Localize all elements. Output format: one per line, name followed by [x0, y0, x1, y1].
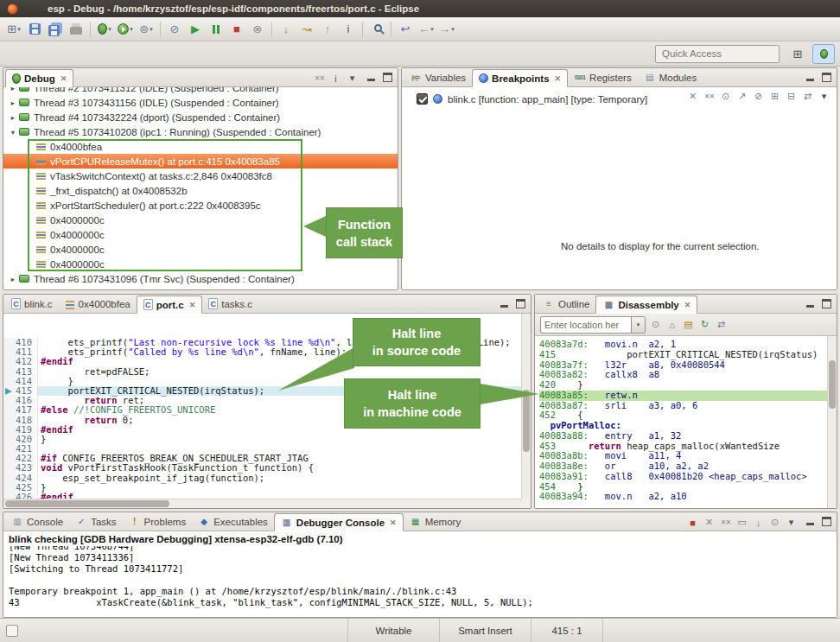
editor-annotation-ruler[interactable]: [3, 435, 16, 444]
tab-close-icon[interactable]: ✕: [60, 74, 67, 83]
dropdown-arrow-icon[interactable]: ▾: [130, 26, 133, 33]
editor-tab-blink-c[interactable]: Cblink.c: [5, 295, 59, 313]
search-button[interactable]: [366, 20, 387, 39]
debug-frame-row[interactable]: vPortCPUReleaseMutex() at port.c:415 0x4…: [3, 154, 398, 168]
remove-selected-breakpoint-button[interactable]: ✕: [685, 89, 700, 104]
debug-perspective-button[interactable]: [812, 44, 835, 64]
code-line[interactable]: 413 ret=pdFALSE;: [3, 367, 521, 377]
expand-all-button[interactable]: ⊞: [767, 89, 782, 104]
link-with-debug-view-button[interactable]: ⇄: [800, 89, 815, 104]
disassembly-line[interactable]: 40083a94: mov.n a2, a10: [539, 492, 827, 502]
editor-horizontal-scrollbar[interactable]: [3, 499, 521, 508]
editor-tab-tasks-c[interactable]: Ctasks.c: [202, 295, 258, 313]
collapse-all-button[interactable]: ⊟: [784, 89, 799, 104]
dropdown-arrow-icon[interactable]: ▾: [108, 26, 111, 33]
remove-all-terminated-launches-button[interactable]: ✕✕: [718, 515, 733, 530]
print-button[interactable]: [66, 20, 86, 39]
twistie-icon[interactable]: ▸: [7, 275, 19, 283]
back-button[interactable]: ←▾: [416, 20, 436, 39]
disasm-tab-disassembly[interactable]: ▦Disassembly✕: [595, 296, 697, 314]
debug-frame-row[interactable]: 0x4000000c: [3, 257, 398, 271]
skip-all-breakpoints-button[interactable]: ⊘: [164, 20, 185, 39]
debug-thread-row[interactable]: ▸Thread #2 1073411312 (IDLE) (Suspended …: [3, 87, 398, 95]
code-line[interactable]: 426#endif: [3, 493, 521, 499]
line-number[interactable]: 423: [16, 463, 38, 473]
maximize-button[interactable]: [516, 299, 525, 308]
views-tab-modules[interactable]: ▤Modules: [638, 68, 703, 86]
debug-thread-row[interactable]: ▸Thread #6 1073431096 (Tmr Svc) (Suspend…: [3, 271, 398, 286]
maximize-button[interactable]: [383, 73, 392, 82]
remove-launch-button[interactable]: ✕: [702, 515, 716, 530]
debug-frame-row[interactable]: vTaskSwitchContext() at tasks.c:2,846 0x…: [3, 168, 398, 183]
editor-annotation-ruler[interactable]: [3, 405, 16, 415]
maximize-button[interactable]: [822, 73, 831, 82]
suspend-button[interactable]: [206, 20, 226, 39]
breakpoint-checkbox[interactable]: [417, 93, 428, 105]
editor-annotation-ruler[interactable]: [3, 444, 16, 454]
debug-frame-row[interactable]: _frxt_dispatch() at 0x4008532b: [3, 183, 398, 198]
dropdown-arrow-icon[interactable]: ▾: [17, 26, 21, 33]
console-tab-tasks[interactable]: ✓Tasks: [69, 512, 122, 531]
home-button[interactable]: ⌂: [665, 317, 679, 332]
terminate-button[interactable]: ■: [226, 20, 247, 39]
remove-all-breakpoints-button[interactable]: ✕✕: [702, 89, 716, 104]
code-line[interactable]: 425}: [3, 483, 521, 493]
maximize-button[interactable]: [822, 299, 831, 308]
scroll-thumb[interactable]: [829, 360, 836, 409]
scroll-thumb[interactable]: [523, 390, 530, 452]
show-breakpoints-supported-button[interactable]: ⊙: [718, 89, 733, 104]
editor-annotation-ruler[interactable]: [3, 386, 16, 396]
minimize-button[interactable]: [500, 299, 509, 308]
display-selected-console-button[interactable]: ▾: [784, 515, 799, 530]
dropdown-arrow-icon[interactable]: ▾: [150, 26, 153, 33]
show-source-button[interactable]: ▤: [681, 317, 696, 332]
twistie-icon[interactable]: ▾: [7, 128, 19, 137]
open-perspective-button[interactable]: ⊞: [786, 44, 809, 64]
code-line[interactable]: 424 esp_set_breakpoint_if_jtag(function)…: [3, 474, 521, 483]
save-all-button[interactable]: [45, 20, 66, 39]
editor-annotation-ruler[interactable]: [3, 357, 16, 366]
pin-console-button[interactable]: ⊙: [767, 515, 782, 530]
console-tab-console[interactable]: ▥Console: [5, 512, 69, 531]
minimize-button[interactable]: [805, 73, 815, 82]
location-combo[interactable]: Enter location her ▾: [540, 316, 646, 334]
editor-annotation-ruler[interactable]: [3, 454, 16, 463]
tab-close-icon[interactable]: ✕: [189, 301, 196, 309]
debug-thread-row[interactable]: ▸Thread #4 1073432224 (dport) (Suspended…: [3, 110, 398, 124]
sync-with-active-debug-context-button[interactable]: ⇄: [714, 317, 729, 332]
window-close-button[interactable]: [7, 3, 18, 15]
tab-close-icon[interactable]: ✕: [684, 301, 691, 309]
forward-button[interactable]: →▾: [436, 20, 457, 39]
debug-thread-row[interactable]: ▾Thread #5 1073410208 (ipc1 : Running) (…: [3, 124, 398, 139]
line-number[interactable]: 417: [16, 405, 38, 415]
disassembly-vertical-scrollbar[interactable]: [827, 336, 837, 508]
minimize-button[interactable]: [366, 73, 376, 82]
line-number[interactable]: 418: [16, 416, 38, 425]
quick-access-field[interactable]: Quick Access: [655, 45, 780, 63]
disasm-tab-outline[interactable]: ≡Outline: [537, 295, 595, 313]
console-tab-problems[interactable]: !Problems: [123, 512, 193, 531]
save-button[interactable]: [24, 20, 45, 39]
external-tools-button[interactable]: ⊚▾: [136, 20, 156, 39]
debug-tab-debug[interactable]: Debug✕: [5, 69, 73, 87]
editor-annotation-ruler[interactable]: [3, 367, 16, 377]
trim-icon[interactable]: [6, 625, 18, 637]
remove-all-terminated-button[interactable]: ✕✕: [312, 71, 327, 86]
terminate-button[interactable]: ■: [685, 515, 700, 530]
combo-dropdown-icon[interactable]: ▾: [631, 317, 645, 333]
scroll-lock-button[interactable]: ↓: [751, 515, 766, 530]
console-content[interactable]: blink checking [GDB Hardware Debugging] …: [3, 531, 837, 617]
editor-tab-port-c[interactable]: Cport.c✕: [137, 296, 203, 314]
new-button[interactable]: ⊞▾: [3, 20, 24, 39]
tab-close-icon[interactable]: ✕: [555, 74, 562, 83]
debug-frame-row[interactable]: 0x4000bfea: [3, 139, 398, 154]
editor-annotation-ruler[interactable]: [3, 338, 16, 347]
run-button[interactable]: ▾: [115, 20, 136, 39]
minimize-button[interactable]: [805, 517, 815, 526]
step-over-button[interactable]: ↝: [296, 20, 317, 39]
line-number[interactable]: 412: [16, 357, 38, 366]
twistie-icon[interactable]: ▸: [7, 113, 19, 122]
refresh-view-button[interactable]: ↻: [697, 317, 712, 332]
editor-annotation-ruler[interactable]: [3, 416, 16, 425]
editor-annotation-ruler[interactable]: [3, 377, 16, 386]
